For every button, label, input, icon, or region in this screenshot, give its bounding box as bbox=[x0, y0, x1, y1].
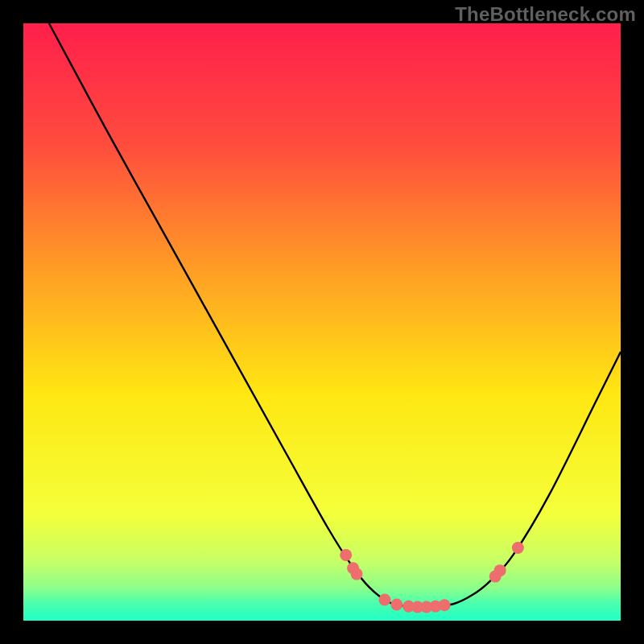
watermark-text: TheBottleneck.com bbox=[455, 3, 636, 26]
data-point bbox=[378, 594, 390, 606]
data-point bbox=[494, 564, 506, 576]
plot-background bbox=[23, 23, 621, 621]
data-point bbox=[390, 598, 402, 610]
data-point bbox=[512, 542, 524, 554]
data-point bbox=[439, 599, 451, 611]
data-point bbox=[351, 568, 363, 580]
chart-frame: { "watermark": "TheBottleneck.com", "cha… bbox=[0, 0, 644, 644]
data-point bbox=[340, 549, 352, 561]
bottleneck-chart bbox=[0, 0, 644, 644]
